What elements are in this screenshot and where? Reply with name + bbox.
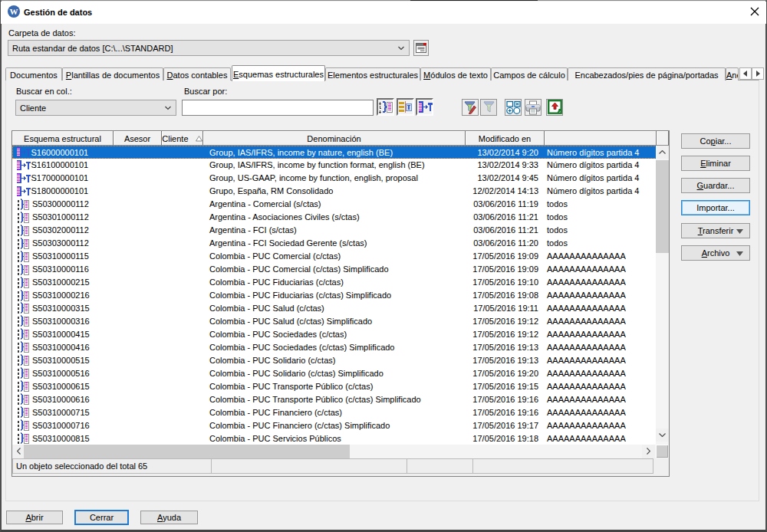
svg-text:W: W: [10, 7, 18, 16]
